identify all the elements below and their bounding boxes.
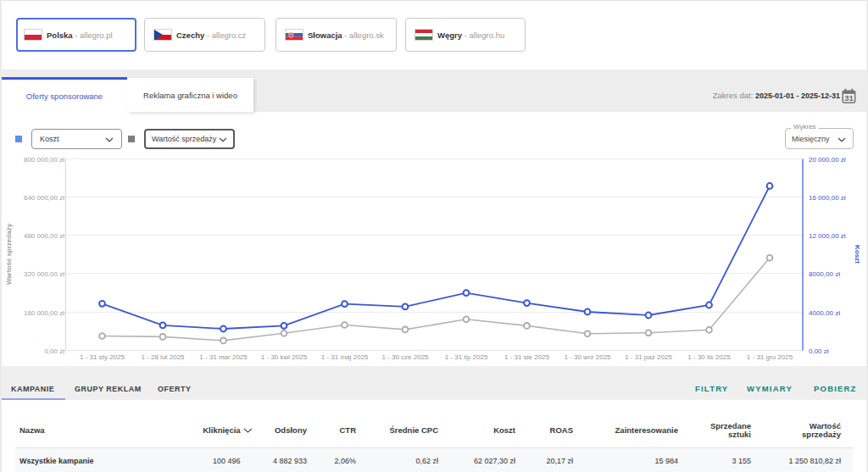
svg-text:1 - 31 sty 2025: 1 - 31 sty 2025 [80,353,125,361]
svg-text:1 - 31 sie 2025: 1 - 31 sie 2025 [504,353,549,361]
svg-text:480 000,00 zł: 480 000,00 zł [24,232,64,240]
svg-text:320 000,00 zł: 320 000,00 zł [24,270,64,278]
svg-text:1 - 28 lut 2025: 1 - 28 lut 2025 [141,353,185,361]
svg-text:0,00 zł: 0,00 zł [44,347,64,355]
svg-text:1 - 31 mar 2025: 1 - 31 mar 2025 [199,353,248,361]
svg-text:160 000,00 zł: 160 000,00 zł [24,309,64,317]
svg-text:640 000,00 zł: 640 000,00 zł [24,194,64,202]
svg-text:12 000,00 zł: 12 000,00 zł [809,232,846,240]
svg-text:Koszt: Koszt [854,245,861,264]
svg-text:0,00 zł: 0,00 zł [809,347,829,355]
svg-text:4000,00 zł: 4000,00 zł [809,309,840,317]
svg-text:800 000,00 zł: 800 000,00 zł [24,156,64,164]
svg-text:16 000,00 zł: 16 000,00 zł [809,194,846,202]
svg-text:1 - 31 gru 2025: 1 - 31 gru 2025 [747,353,793,361]
svg-text:20 000,00 zł: 20 000,00 zł [809,156,846,164]
svg-text:1 - 30 lis 2025: 1 - 30 lis 2025 [687,353,731,361]
svg-text:1 - 30 kwi 2025: 1 - 30 kwi 2025 [261,353,308,361]
svg-text:1 - 31 lip 2025: 1 - 31 lip 2025 [445,353,488,361]
svg-text:1 - 30 cze 2025: 1 - 30 cze 2025 [381,353,429,361]
svg-text:Wartość sprzedaży: Wartość sprzedaży [5,223,13,285]
svg-text:8000,00 zł: 8000,00 zł [809,270,840,278]
svg-text:1 - 31 maj 2025: 1 - 31 maj 2025 [321,353,369,361]
svg-text:1 - 30 wrz 2025: 1 - 30 wrz 2025 [564,353,611,361]
svg-text:1 - 31 paź 2025: 1 - 31 paź 2025 [625,353,672,361]
